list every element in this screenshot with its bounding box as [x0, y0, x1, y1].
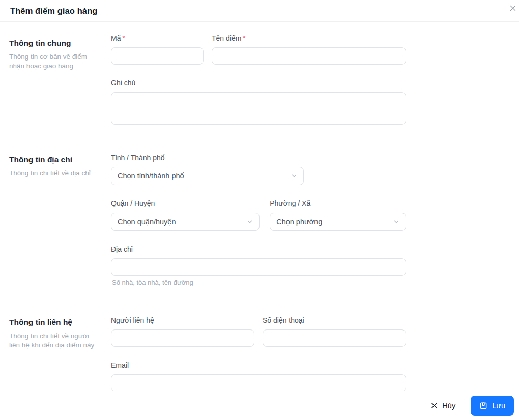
province-select[interactable]: Chọn tỉnh/thành phố: [111, 167, 304, 185]
add-delivery-point-dialog: Thêm điểm giao hàng Thông tin chung Thôn…: [0, 0, 519, 420]
point-name-label: Tên điểm*: [212, 34, 406, 42]
chevron-down-icon: [291, 173, 297, 179]
district-label: Quận / Huyện: [111, 199, 260, 207]
email-label: Email: [111, 361, 406, 369]
floppy-disk-icon: [479, 402, 487, 410]
section-contact-title: Thông tin liên hệ: [9, 318, 99, 327]
required-asterisk: *: [122, 34, 125, 42]
chevron-down-icon: [247, 219, 253, 225]
note-label: Ghi chú: [111, 79, 406, 87]
section-contact-info: Thông tin liên hệ Thông tin chi tiết về …: [9, 303, 508, 391]
save-button-label: Lưu: [492, 402, 505, 410]
district-select-placeholder: Chọn quận/huyện: [118, 218, 176, 226]
dialog-header: Thêm điểm giao hàng: [0, 0, 519, 22]
contact-person-label: Người liên hệ: [111, 316, 254, 324]
email-field[interactable]: [111, 374, 406, 391]
section-address-info: Thông tin địa chỉ Thông tin chi tiết về …: [9, 140, 508, 303]
section-general-info: Thông tin chung Thông tin cơ bản về điểm…: [9, 22, 508, 140]
section-address-description: Thông tin chi tiết về địa chỉ: [9, 169, 99, 178]
district-select[interactable]: Chọn quận/huyện: [111, 213, 260, 231]
street-address-input[interactable]: [111, 258, 406, 276]
street-address-hint: Số nhà, tòa nhà, tên đường: [111, 279, 406, 286]
ward-select-placeholder: Chọn phường: [276, 218, 322, 226]
section-general-description: Thông tin cơ bản về điểm nhận hoặc giao …: [9, 52, 99, 71]
section-address-title: Thông tin địa chỉ: [9, 155, 99, 164]
phone-label: Số điện thoại: [263, 316, 406, 324]
note-textarea[interactable]: [111, 92, 406, 125]
province-label: Tỉnh / Thành phố: [111, 154, 304, 162]
contact-person-input[interactable]: [111, 329, 254, 347]
phone-input[interactable]: [263, 329, 406, 347]
section-general-title: Thông tin chung: [9, 39, 99, 48]
save-button[interactable]: Lưu: [471, 396, 514, 416]
chevron-down-icon: [393, 219, 399, 225]
province-select-placeholder: Chọn tỉnh/thành phố: [118, 172, 184, 180]
cancel-button[interactable]: Hủy: [426, 398, 460, 414]
close-icon[interactable]: [507, 3, 518, 14]
code-input[interactable]: [111, 47, 204, 65]
close-icon: [431, 402, 438, 409]
ward-select[interactable]: Chọn phường: [270, 213, 406, 231]
street-address-label: Địa chỉ: [111, 245, 406, 253]
dialog-body: Thông tin chung Thông tin cơ bản về điểm…: [0, 22, 519, 391]
code-label: Mã*: [111, 34, 204, 42]
cancel-button-label: Hủy: [442, 402, 455, 410]
dialog-footer: Hủy Lưu: [0, 391, 519, 420]
point-name-input[interactable]: [212, 47, 406, 65]
section-contact-description: Thông tin chi tiết về người liên hệ khi …: [9, 332, 99, 350]
required-asterisk: *: [243, 34, 245, 42]
ward-label: Phường / Xã: [270, 199, 406, 207]
dialog-title: Thêm điểm giao hàng: [10, 6, 98, 16]
